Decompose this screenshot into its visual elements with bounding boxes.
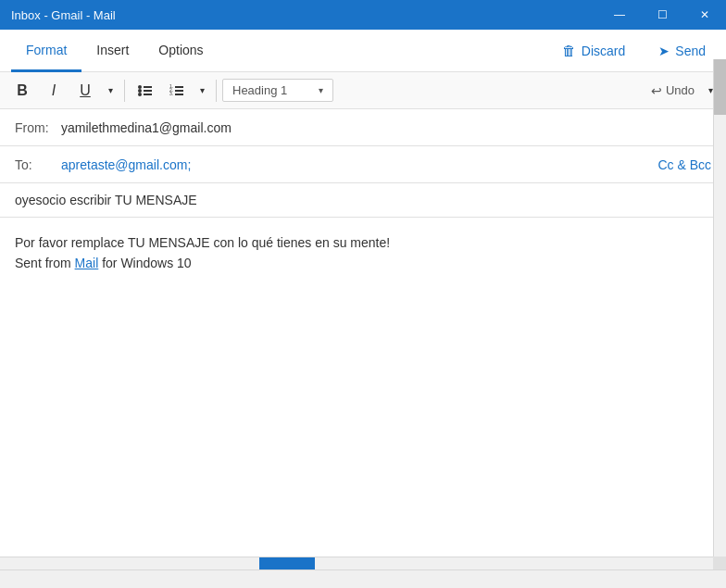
maximize-button[interactable]: ☐ (641, 0, 683, 30)
to-field[interactable]: To: apretaste@gmail.com; Cc & Bcc (0, 146, 726, 183)
body-line1: Por favor remplace TU MENSAJE con lo qué… (15, 232, 711, 253)
italic-button[interactable]: I (39, 76, 69, 106)
list-dropdown-button[interactable]: ▾ (194, 76, 210, 106)
heading-dropdown-arrow: ▾ (319, 85, 323, 95)
window-title: Inbox - Gmail - Mail (11, 8, 116, 22)
numbered-list-button[interactable]: 1. 2. 3. (162, 76, 192, 106)
svg-text:3.: 3. (169, 91, 173, 96)
action-buttons: 🗑 Discard ➤ Send (553, 37, 715, 64)
svg-rect-3 (144, 90, 152, 92)
undo-button[interactable]: ↩ Undo (644, 80, 702, 102)
separator-1 (124, 80, 125, 102)
from-field: From: yamilethmedina1@gmail.com (0, 109, 726, 146)
body-prefix: Sent from (15, 256, 75, 270)
from-value: yamilethmedina1@gmail.com (61, 120, 711, 135)
bold-button[interactable]: B (7, 76, 37, 106)
svg-rect-5 (144, 94, 152, 95)
scrollbar-thumb[interactable] (714, 59, 726, 115)
format-toolbar: B I U ▾ 1. 2. 3. (0, 72, 726, 109)
tab-insert[interactable]: Insert (81, 31, 144, 72)
cc-bcc-button[interactable]: Cc & Bcc (657, 157, 711, 172)
numbered-list-icon: 1. 2. 3. (169, 82, 185, 99)
close-button[interactable]: ✕ (683, 0, 726, 30)
window-controls: — ☐ ✕ (598, 0, 726, 30)
tab-options[interactable]: Options (144, 31, 218, 72)
to-label: To: (15, 157, 61, 172)
bullet-list-icon (137, 82, 154, 99)
undo-icon: ↩ (651, 83, 662, 98)
trash-icon: 🗑 (562, 43, 576, 58)
svg-point-0 (138, 85, 142, 89)
heading-dropdown[interactable]: Heading 1 ▾ (222, 79, 333, 102)
svg-point-2 (138, 89, 142, 93)
vertical-scrollbar[interactable] (713, 59, 726, 569)
tab-format[interactable]: Format (11, 31, 81, 72)
body-line2: Sent from Mail for Windows 10 (15, 253, 711, 273)
tab-list: Format Insert Options (11, 30, 219, 71)
horizontal-scrollbar-thumb[interactable] (259, 557, 315, 570)
horizontal-scrollbar[interactable] (0, 557, 713, 569)
discard-button[interactable]: 🗑 Discard (553, 37, 634, 64)
mail-link[interactable]: Mail (75, 256, 99, 270)
tab-bar: Format Insert Options 🗑 Discard ➤ Send (0, 30, 726, 72)
compose-area: From: yamilethmedina1@gmail.com To: apre… (0, 109, 726, 588)
status-bar (0, 569, 726, 588)
send-button[interactable]: ➤ Send (649, 38, 715, 64)
main-content: Format Insert Options 🗑 Discard ➤ Send B (0, 30, 726, 588)
svg-point-4 (138, 93, 142, 96)
undo-group: ↩ Undo ▾ (644, 76, 719, 106)
body-suffix: for Windows 10 (98, 256, 191, 270)
scrollbar-corner (713, 557, 726, 569)
from-label: From: (15, 120, 61, 135)
body-area[interactable]: Por favor remplace TU MENSAJE con lo qué… (0, 218, 726, 588)
separator-2 (216, 80, 217, 102)
underline-dropdown-button[interactable]: ▾ (102, 76, 119, 106)
subject-field[interactable]: oyesocio escribir TU MENSAJE (0, 183, 726, 218)
subject-value: oyesocio escribir TU MENSAJE (15, 193, 197, 207)
to-value[interactable]: apretaste@gmail.com; (61, 157, 657, 172)
bullet-list-button[interactable] (131, 76, 160, 106)
send-icon: ➤ (658, 44, 670, 58)
svg-rect-9 (175, 90, 183, 92)
minimize-button[interactable]: — (598, 0, 641, 30)
svg-rect-1 (144, 86, 152, 88)
svg-rect-11 (175, 94, 183, 95)
svg-rect-7 (175, 86, 183, 88)
underline-button[interactable]: U (70, 76, 100, 106)
title-bar: Inbox - Gmail - Mail — ☐ ✕ (0, 0, 726, 30)
